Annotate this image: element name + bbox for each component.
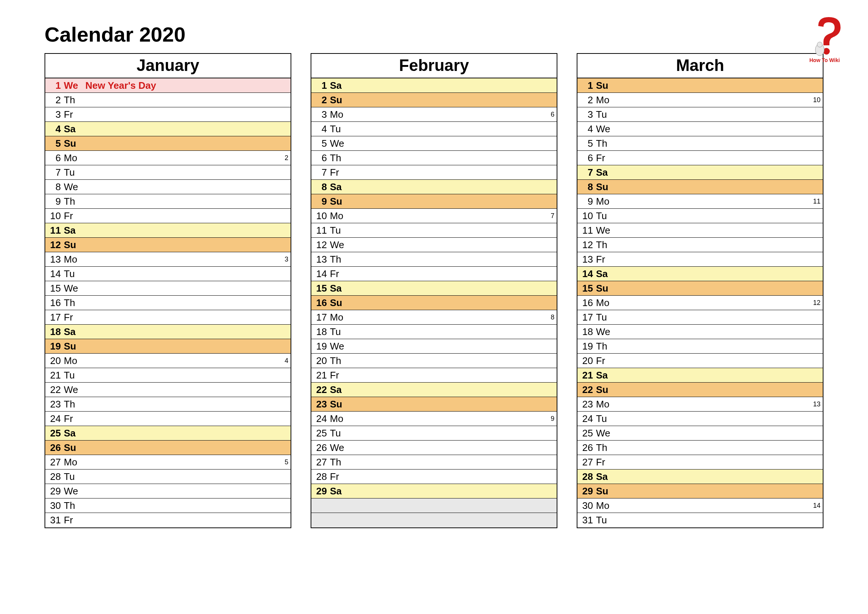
day-number: 1 [581, 80, 596, 92]
day-of-week: Mo [64, 254, 84, 265]
day-number: 27 [49, 457, 64, 468]
day-row: 31Tu [577, 513, 823, 527]
day-row: 28Sa [577, 469, 823, 484]
day-number: 15 [49, 283, 64, 294]
day-number: 5 [49, 138, 64, 149]
day-of-week: Sa [64, 225, 84, 236]
day-number: 7 [315, 167, 330, 178]
day-number: 28 [581, 471, 596, 482]
day-row: 24Fr [45, 412, 291, 426]
day-number: 10 [581, 210, 596, 222]
day-of-week: We [596, 427, 616, 439]
day-of-week: We [330, 138, 350, 149]
day-number: 29 [49, 485, 64, 497]
day-row: 17Fr [45, 310, 291, 325]
day-row: 2Mo10 [577, 93, 823, 107]
day-row: 26We [312, 440, 556, 455]
day-of-week: Fr [64, 515, 84, 526]
day-number: 10 [315, 210, 330, 222]
day-row [312, 513, 556, 527]
week-number: 13 [809, 400, 820, 408]
day-of-week: Mo [596, 196, 616, 207]
day-number: 11 [315, 225, 330, 236]
day-of-week: We [330, 340, 350, 352]
day-row: 1WeNew Year's Day [45, 78, 291, 93]
day-number: 17 [315, 312, 330, 323]
day-row: 9Mo11 [577, 194, 823, 209]
day-row: 11We [577, 223, 823, 238]
day-of-week: We [596, 326, 616, 338]
day-of-week: Su [64, 442, 84, 454]
day-number: 16 [581, 297, 596, 309]
day-number: 8 [581, 181, 596, 193]
day-number: 8 [49, 181, 64, 193]
day-row: 2Su [312, 93, 556, 107]
day-of-week: Sa [64, 326, 84, 338]
week-number: 2 [277, 154, 288, 162]
day-number: 20 [315, 355, 330, 367]
day-of-week: Sa [330, 80, 350, 92]
day-row: 16Mo12 [577, 296, 823, 310]
day-number: 6 [49, 152, 64, 164]
day-number: 24 [49, 413, 64, 424]
day-number: 22 [49, 384, 64, 396]
day-number: 9 [315, 196, 330, 207]
day-number: 18 [315, 326, 330, 338]
day-of-week: Sa [330, 384, 350, 396]
svg-point-2 [817, 42, 822, 47]
day-number: 15 [315, 283, 330, 294]
day-of-week: We [64, 80, 84, 92]
day-event: New Year's Day [84, 80, 277, 92]
day-row: 19We [312, 339, 556, 354]
day-of-week: Su [64, 239, 84, 251]
day-of-week: Mo [596, 399, 616, 410]
day-row: 15Sa [312, 281, 556, 296]
day-number: 22 [581, 384, 596, 396]
day-row: 11Tu [312, 223, 556, 238]
day-number: 9 [581, 196, 596, 207]
month-header: February [312, 54, 556, 78]
day-of-week: Fr [596, 254, 616, 265]
day-of-week: Tu [596, 210, 616, 222]
day-number: 20 [581, 355, 596, 367]
day-row: 1Su [577, 78, 823, 93]
day-number: 23 [315, 399, 330, 410]
day-number: 26 [49, 442, 64, 454]
day-row: 4Tu [312, 122, 556, 136]
week-number: 4 [277, 357, 288, 365]
day-row: 25We [577, 426, 823, 440]
month-column: March1Su2Mo103Tu4We5Th6Fr7Sa8Su9Mo1110Tu… [577, 53, 823, 528]
day-of-week: Th [596, 340, 616, 352]
day-number: 13 [581, 254, 596, 265]
day-row: 5Su [45, 136, 291, 151]
day-of-week: Sa [330, 485, 350, 497]
day-of-week: Sa [596, 268, 616, 280]
question-mark-icon [806, 14, 847, 62]
day-number: 30 [581, 500, 596, 511]
day-row: 21Sa [577, 368, 823, 382]
day-number: 4 [581, 123, 596, 135]
day-of-week: Sa [64, 427, 84, 439]
calendar-grid: January1WeNew Year's Day2Th3Fr4Sa5Su6Mo2… [45, 53, 831, 528]
day-of-week: Mo [64, 457, 84, 468]
day-number: 20 [49, 355, 64, 367]
day-number: 5 [581, 138, 596, 149]
day-number: 7 [581, 167, 596, 178]
day-number: 16 [315, 297, 330, 309]
day-of-week: Th [596, 239, 616, 251]
week-number: 6 [543, 111, 555, 118]
day-row: 7Tu [45, 165, 291, 180]
day-of-week: Mo [596, 500, 616, 511]
day-number: 29 [581, 485, 596, 497]
day-row: 5We [312, 136, 556, 151]
day-of-week: Th [596, 138, 616, 149]
day-of-week: Th [64, 297, 84, 309]
day-of-week: Fr [64, 413, 84, 424]
day-row: 12Th [577, 238, 823, 252]
day-of-week: We [330, 239, 350, 251]
day-of-week: Th [330, 254, 350, 265]
day-of-week: Tu [596, 413, 616, 424]
day-row: 5Th [577, 136, 823, 151]
day-row: 13Mo3 [45, 252, 291, 267]
day-of-week: Th [64, 500, 84, 511]
